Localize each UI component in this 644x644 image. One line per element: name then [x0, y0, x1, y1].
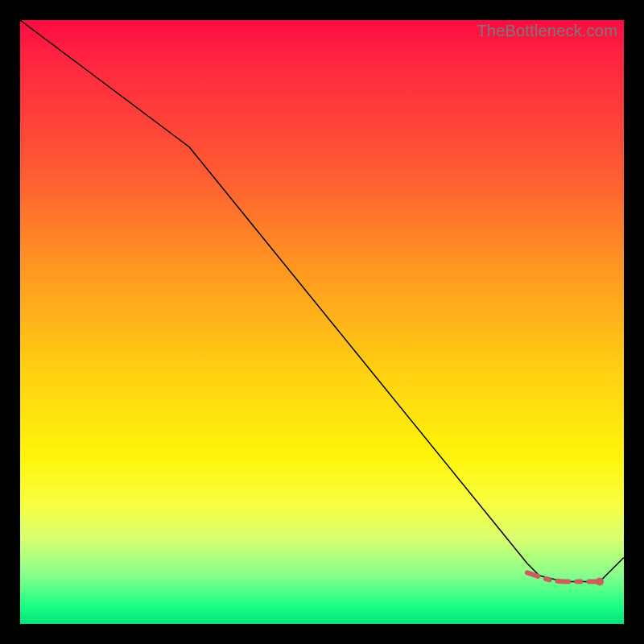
valley-dash-path — [527, 572, 600, 581]
valley-dot — [596, 578, 604, 586]
plot-area: TheBottleneck.com — [20, 20, 624, 624]
chart-svg — [20, 20, 624, 624]
chart-frame: TheBottleneck.com — [0, 0, 644, 644]
curve-path — [20, 20, 624, 582]
